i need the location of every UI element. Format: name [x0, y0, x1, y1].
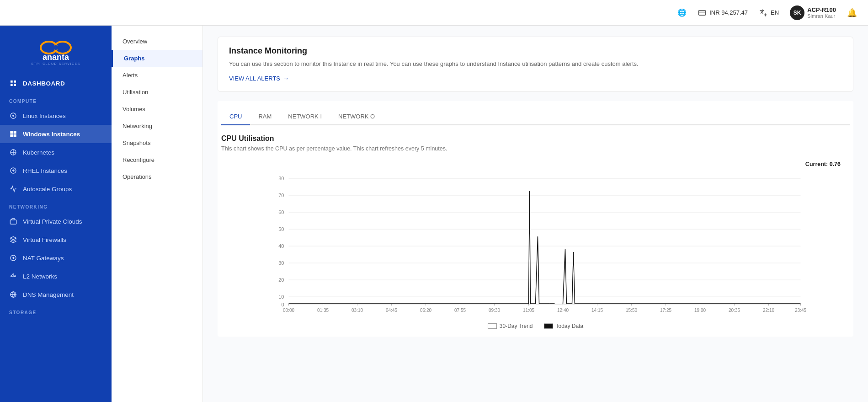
svg-text:00:00: 00:00 [283, 308, 294, 313]
chart-tabs: CPU RAM NETWORK I NETWORK O [221, 108, 850, 125]
svg-rect-14 [14, 131, 16, 134]
svg-rect-8 [14, 80, 16, 83]
monitoring-description: You can use this section to monitor this… [229, 59, 842, 69]
svg-text:06:20: 06:20 [420, 308, 431, 313]
current-label: Current: [805, 161, 828, 167]
svg-text:14:15: 14:15 [591, 308, 603, 313]
view-alerts-label: VIEW ALL ALERTS [229, 75, 280, 82]
tab-cpu[interactable]: CPU [221, 108, 250, 125]
sidebar-item-dns-management[interactable]: DNS Management [0, 285, 112, 304]
svg-text:50: 50 [278, 226, 284, 232]
chart-subtitle: This chart shows the CPU as per percenta… [221, 145, 850, 152]
sidebar-item-dashboard[interactable]: DASHBOARD [0, 74, 112, 92]
windows-instances-label: Windows Instances [23, 131, 80, 138]
language-selector[interactable]: EN [759, 8, 779, 17]
svg-text:23:45: 23:45 [795, 308, 806, 313]
tab-network-o[interactable]: NETWORK O [330, 108, 383, 125]
svg-point-12 [12, 115, 14, 117]
svg-text:30: 30 [278, 260, 284, 266]
sidebar-logo: ananta STPI CLOUD SERVICES [0, 26, 112, 74]
subnav-operations[interactable]: Operations [112, 168, 202, 185]
kubernetes-icon [9, 148, 17, 156]
svg-text:60: 60 [278, 209, 284, 215]
subnav-snapshots[interactable]: Snapshots [112, 134, 202, 151]
dashboard-label: DASHBOARD [23, 80, 65, 87]
rhel-icon [9, 166, 17, 175]
svg-text:04:45: 04:45 [386, 308, 397, 313]
user-info: ACP-R100 Simran Kaur [807, 6, 836, 19]
l2-icon [9, 272, 17, 280]
autoscale-groups-label: Autoscale Groups [23, 186, 72, 193]
linux-icon [9, 112, 17, 120]
subnav-reconfigure[interactable]: Reconfigure [112, 151, 202, 168]
svg-text:15:50: 15:50 [626, 308, 637, 313]
currency-display[interactable]: INR 94,257.47 [698, 8, 748, 17]
svg-rect-19 [10, 220, 16, 224]
svg-text:80: 80 [278, 176, 284, 181]
svg-text:10: 10 [278, 294, 284, 300]
svg-text:20: 20 [278, 277, 284, 283]
svg-point-24 [13, 274, 14, 275]
legend-today-label: Today Data [556, 323, 584, 329]
chart-current: Current: 0.76 [221, 161, 841, 167]
user-profile[interactable]: SK ACP-R100 Simran Kaur [790, 5, 836, 20]
tab-ram[interactable]: RAM [250, 108, 280, 125]
compute-section-label: COMPUTE [0, 92, 112, 107]
linux-instances-label: Linux Instances [23, 113, 66, 119]
windows-icon [9, 130, 17, 138]
current-value: 0.76 [830, 161, 841, 167]
bell-icon: 🔔 [847, 8, 857, 18]
topbar: 🌐 INR 94,257.47 EN SK ACP-R100 Simran Ka… [0, 0, 868, 26]
chart-container: 80 70 60 50 40 30 20 10 0 00:00 01:35 [221, 169, 850, 317]
tab-network-i[interactable]: NETWORK I [280, 108, 330, 125]
currency-icon [698, 8, 707, 17]
sidebar-item-linux-instances[interactable]: Linux Instances [0, 107, 112, 125]
dashboard-icon [9, 79, 17, 87]
legend-30day: 30-Day Trend [488, 323, 533, 329]
svg-rect-13 [10, 131, 13, 134]
svg-rect-9 [11, 84, 13, 86]
view-alerts-link[interactable]: VIEW ALL ALERTS → [229, 75, 289, 82]
sidebar-item-rhel-instances[interactable]: RHEL Instances [0, 161, 112, 180]
legend-30day-box [488, 323, 497, 329]
subnav-networking[interactable]: Networking [112, 118, 202, 134]
nat-icon [9, 254, 17, 262]
arrow-right-icon: → [283, 75, 289, 82]
sidebar-item-windows-instances[interactable]: Windows Instances [0, 125, 112, 143]
monitoring-header: Instance Monitoring You can use this sec… [218, 37, 853, 92]
sidebar-item-kubernetes[interactable]: Kubernetes [0, 143, 112, 161]
svg-rect-16 [14, 134, 16, 137]
svg-rect-10 [14, 84, 16, 86]
content-area: Overview Graphs Alerts Utilisation Volum… [112, 26, 868, 402]
subnav-graphs[interactable]: Graphs [112, 50, 202, 67]
language-label: EN [771, 9, 779, 16]
vpc-icon [9, 217, 17, 225]
legend-today-box [544, 323, 553, 329]
sidebar-item-l2-networks[interactable]: L2 Networks [0, 267, 112, 285]
svg-text:17:25: 17:25 [660, 308, 671, 313]
notifications-button[interactable]: 🔔 [847, 8, 857, 18]
monitoring-title: Instance Monitoring [229, 46, 842, 56]
user-role: Simran Kaur [807, 13, 836, 19]
nat-gateways-label: NAT Gateways [23, 255, 64, 262]
svg-rect-0 [699, 10, 706, 15]
sidebar-item-virtual-firewalls[interactable]: Virtual Firewalls [0, 230, 112, 249]
dns-management-label: DNS Management [23, 291, 74, 298]
firewall-icon [9, 236, 17, 244]
sidebar-item-nat-gateways[interactable]: NAT Gateways [0, 249, 112, 267]
svg-text:11:05: 11:05 [523, 308, 534, 313]
main-layout: ananta STPI CLOUD SERVICES DASHBOARD COM… [0, 26, 868, 402]
vpc-label: Virtual Private Clouds [23, 218, 82, 225]
legend-30day-label: 30-Day Trend [500, 323, 533, 329]
globe-button[interactable]: 🌐 [677, 8, 687, 17]
storage-section-label: STORAGE [0, 304, 112, 318]
subnav-utilisation[interactable]: Utilisation [112, 84, 202, 101]
subnav-volumes[interactable]: Volumes [112, 101, 202, 118]
subnav-overview[interactable]: Overview [112, 33, 202, 50]
subnav-alerts[interactable]: Alerts [112, 67, 202, 84]
sidebar-item-virtual-private-clouds[interactable]: Virtual Private Clouds [0, 212, 112, 230]
svg-text:40: 40 [278, 243, 284, 249]
translate-icon [759, 8, 768, 17]
sidebar-item-autoscale-groups[interactable]: Autoscale Groups [0, 180, 112, 198]
chart-title: CPU Utilisation [221, 134, 850, 143]
